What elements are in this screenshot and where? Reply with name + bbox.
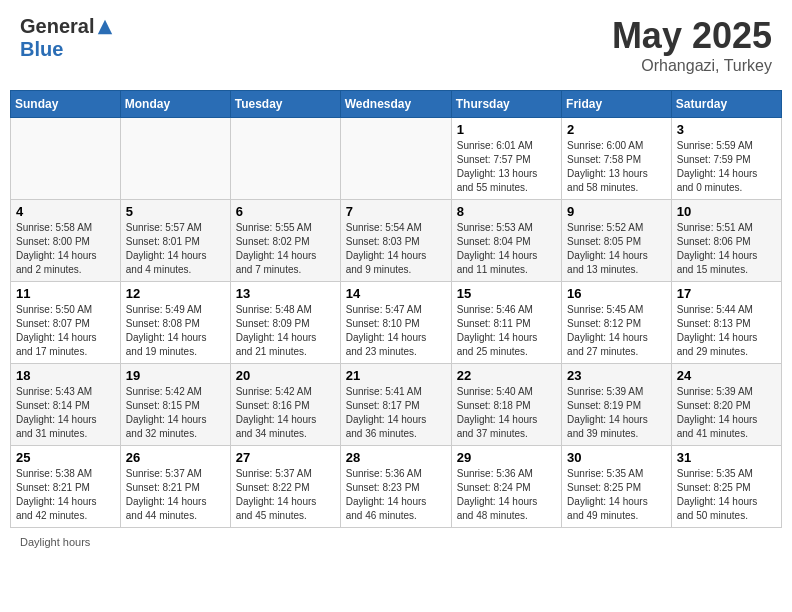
calendar-day-cell	[120, 118, 230, 200]
day-info: Sunrise: 5:46 AMSunset: 8:11 PMDaylight:…	[457, 303, 556, 359]
calendar-week-row: 11Sunrise: 5:50 AMSunset: 8:07 PMDayligh…	[11, 282, 782, 364]
day-info: Sunrise: 5:53 AMSunset: 8:04 PMDaylight:…	[457, 221, 556, 277]
day-info: Sunrise: 5:52 AMSunset: 8:05 PMDaylight:…	[567, 221, 666, 277]
day-info: Sunrise: 5:39 AMSunset: 8:20 PMDaylight:…	[677, 385, 776, 441]
calendar-day-header: Friday	[562, 91, 672, 118]
day-info: Sunrise: 5:47 AMSunset: 8:10 PMDaylight:…	[346, 303, 446, 359]
calendar-day-cell: 6Sunrise: 5:55 AMSunset: 8:02 PMDaylight…	[230, 200, 340, 282]
calendar-day-header: Saturday	[671, 91, 781, 118]
calendar-day-cell: 17Sunrise: 5:44 AMSunset: 8:13 PMDayligh…	[671, 282, 781, 364]
calendar-day-cell: 22Sunrise: 5:40 AMSunset: 8:18 PMDayligh…	[451, 364, 561, 446]
day-number: 3	[677, 122, 776, 137]
calendar-day-cell: 10Sunrise: 5:51 AMSunset: 8:06 PMDayligh…	[671, 200, 781, 282]
logo: General Blue	[20, 15, 114, 61]
day-number: 28	[346, 450, 446, 465]
day-number: 21	[346, 368, 446, 383]
logo-blue-text: Blue	[20, 38, 63, 61]
day-info: Sunrise: 5:48 AMSunset: 8:09 PMDaylight:…	[236, 303, 335, 359]
day-number: 18	[16, 368, 115, 383]
title-block: May 2025 Orhangazi, Turkey	[612, 15, 772, 75]
calendar-day-cell: 25Sunrise: 5:38 AMSunset: 8:21 PMDayligh…	[11, 446, 121, 528]
calendar-day-header: Tuesday	[230, 91, 340, 118]
day-number: 4	[16, 204, 115, 219]
day-number: 22	[457, 368, 556, 383]
calendar-day-cell: 15Sunrise: 5:46 AMSunset: 8:11 PMDayligh…	[451, 282, 561, 364]
day-number: 7	[346, 204, 446, 219]
calendar-day-cell: 14Sunrise: 5:47 AMSunset: 8:10 PMDayligh…	[340, 282, 451, 364]
calendar-day-cell: 9Sunrise: 5:52 AMSunset: 8:05 PMDaylight…	[562, 200, 672, 282]
calendar-day-cell: 28Sunrise: 5:36 AMSunset: 8:23 PMDayligh…	[340, 446, 451, 528]
day-number: 30	[567, 450, 666, 465]
calendar-day-cell: 20Sunrise: 5:42 AMSunset: 8:16 PMDayligh…	[230, 364, 340, 446]
calendar-day-cell: 18Sunrise: 5:43 AMSunset: 8:14 PMDayligh…	[11, 364, 121, 446]
day-number: 19	[126, 368, 225, 383]
day-number: 9	[567, 204, 666, 219]
page-container: General Blue May 2025 Orhangazi, Turkey …	[10, 10, 782, 548]
day-number: 17	[677, 286, 776, 301]
day-info: Sunrise: 5:50 AMSunset: 8:07 PMDaylight:…	[16, 303, 115, 359]
calendar-day-cell: 29Sunrise: 5:36 AMSunset: 8:24 PMDayligh…	[451, 446, 561, 528]
day-number: 15	[457, 286, 556, 301]
day-number: 16	[567, 286, 666, 301]
calendar-day-cell	[230, 118, 340, 200]
calendar-week-row: 1Sunrise: 6:01 AMSunset: 7:57 PMDaylight…	[11, 118, 782, 200]
day-number: 1	[457, 122, 556, 137]
calendar-day-header: Sunday	[11, 91, 121, 118]
calendar-day-cell	[11, 118, 121, 200]
calendar-day-cell: 19Sunrise: 5:42 AMSunset: 8:15 PMDayligh…	[120, 364, 230, 446]
day-info: Sunrise: 5:59 AMSunset: 7:59 PMDaylight:…	[677, 139, 776, 195]
calendar-day-cell: 1Sunrise: 6:01 AMSunset: 7:57 PMDaylight…	[451, 118, 561, 200]
calendar-footer: Daylight hours	[10, 536, 782, 548]
day-number: 14	[346, 286, 446, 301]
day-info: Sunrise: 5:51 AMSunset: 8:06 PMDaylight:…	[677, 221, 776, 277]
calendar-day-cell	[340, 118, 451, 200]
day-info: Sunrise: 5:45 AMSunset: 8:12 PMDaylight:…	[567, 303, 666, 359]
day-info: Sunrise: 5:35 AMSunset: 8:25 PMDaylight:…	[677, 467, 776, 523]
calendar-day-cell: 26Sunrise: 5:37 AMSunset: 8:21 PMDayligh…	[120, 446, 230, 528]
day-info: Sunrise: 5:37 AMSunset: 8:21 PMDaylight:…	[126, 467, 225, 523]
logo-icon	[96, 18, 114, 36]
calendar-day-cell: 8Sunrise: 5:53 AMSunset: 8:04 PMDaylight…	[451, 200, 561, 282]
day-info: Sunrise: 5:40 AMSunset: 8:18 PMDaylight:…	[457, 385, 556, 441]
calendar-day-header: Wednesday	[340, 91, 451, 118]
day-info: Sunrise: 5:54 AMSunset: 8:03 PMDaylight:…	[346, 221, 446, 277]
calendar-day-header: Monday	[120, 91, 230, 118]
day-info: Sunrise: 5:39 AMSunset: 8:19 PMDaylight:…	[567, 385, 666, 441]
day-number: 8	[457, 204, 556, 219]
day-number: 2	[567, 122, 666, 137]
day-number: 24	[677, 368, 776, 383]
day-number: 20	[236, 368, 335, 383]
calendar-week-row: 18Sunrise: 5:43 AMSunset: 8:14 PMDayligh…	[11, 364, 782, 446]
day-info: Sunrise: 5:41 AMSunset: 8:17 PMDaylight:…	[346, 385, 446, 441]
day-info: Sunrise: 5:49 AMSunset: 8:08 PMDaylight:…	[126, 303, 225, 359]
calendar-week-row: 4Sunrise: 5:58 AMSunset: 8:00 PMDaylight…	[11, 200, 782, 282]
day-number: 5	[126, 204, 225, 219]
calendar-day-cell: 2Sunrise: 6:00 AMSunset: 7:58 PMDaylight…	[562, 118, 672, 200]
calendar-day-cell: 13Sunrise: 5:48 AMSunset: 8:09 PMDayligh…	[230, 282, 340, 364]
day-number: 25	[16, 450, 115, 465]
calendar-day-cell: 3Sunrise: 5:59 AMSunset: 7:59 PMDaylight…	[671, 118, 781, 200]
day-info: Sunrise: 6:01 AMSunset: 7:57 PMDaylight:…	[457, 139, 556, 195]
calendar-day-cell: 21Sunrise: 5:41 AMSunset: 8:17 PMDayligh…	[340, 364, 451, 446]
calendar-day-cell: 16Sunrise: 5:45 AMSunset: 8:12 PMDayligh…	[562, 282, 672, 364]
month-title: May 2025	[612, 15, 772, 57]
day-number: 31	[677, 450, 776, 465]
calendar-day-cell: 11Sunrise: 5:50 AMSunset: 8:07 PMDayligh…	[11, 282, 121, 364]
day-info: Sunrise: 5:43 AMSunset: 8:14 PMDaylight:…	[16, 385, 115, 441]
day-number: 27	[236, 450, 335, 465]
day-number: 6	[236, 204, 335, 219]
day-info: Sunrise: 5:58 AMSunset: 8:00 PMDaylight:…	[16, 221, 115, 277]
logo-general-text: General	[20, 15, 94, 38]
calendar-day-cell: 30Sunrise: 5:35 AMSunset: 8:25 PMDayligh…	[562, 446, 672, 528]
calendar-header-row: SundayMondayTuesdayWednesdayThursdayFrid…	[11, 91, 782, 118]
calendar-week-row: 25Sunrise: 5:38 AMSunset: 8:21 PMDayligh…	[11, 446, 782, 528]
day-info: Sunrise: 5:57 AMSunset: 8:01 PMDaylight:…	[126, 221, 225, 277]
day-info: Sunrise: 5:42 AMSunset: 8:16 PMDaylight:…	[236, 385, 335, 441]
calendar-table: SundayMondayTuesdayWednesdayThursdayFrid…	[10, 90, 782, 528]
day-info: Sunrise: 5:42 AMSunset: 8:15 PMDaylight:…	[126, 385, 225, 441]
calendar-day-cell: 27Sunrise: 5:37 AMSunset: 8:22 PMDayligh…	[230, 446, 340, 528]
day-number: 23	[567, 368, 666, 383]
calendar-day-cell: 24Sunrise: 5:39 AMSunset: 8:20 PMDayligh…	[671, 364, 781, 446]
day-info: Sunrise: 5:55 AMSunset: 8:02 PMDaylight:…	[236, 221, 335, 277]
day-number: 29	[457, 450, 556, 465]
